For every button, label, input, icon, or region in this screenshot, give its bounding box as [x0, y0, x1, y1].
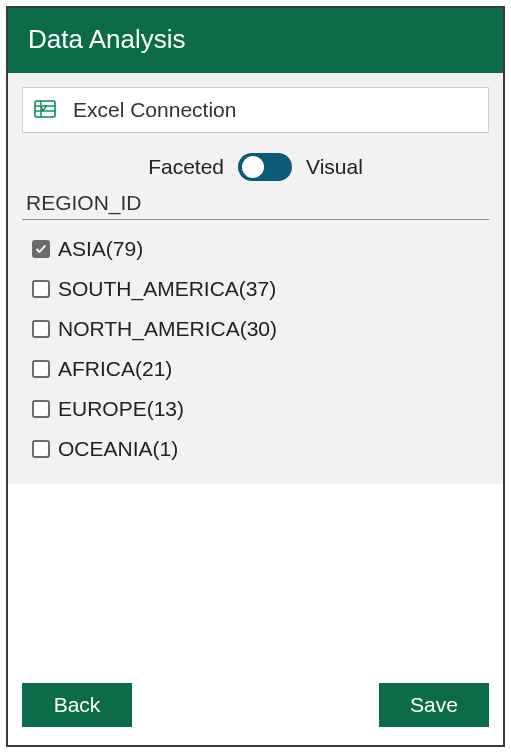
back-button[interactable]: Back: [22, 683, 132, 727]
checkbox[interactable]: [32, 440, 50, 458]
connection-selector[interactable]: Excel Connection: [22, 87, 489, 133]
facet-item-label: OCEANIA(1): [58, 437, 178, 461]
dialog-footer: Back Save: [8, 665, 503, 745]
save-button[interactable]: Save: [379, 683, 489, 727]
facet-item-label: AFRICA(21): [58, 357, 172, 381]
dialog-panel: Data Analysis Excel Connection Faceted V…: [6, 6, 505, 747]
checkbox[interactable]: [32, 280, 50, 298]
facet-item-label: EUROPE(13): [58, 397, 184, 421]
facet-item-label: SOUTH_AMERICA(37): [58, 277, 276, 301]
facet-item-africa[interactable]: AFRICA(21): [32, 352, 489, 386]
facet-item-europe[interactable]: EUROPE(13): [32, 392, 489, 426]
facet-item-label: NORTH_AMERICA(30): [58, 317, 277, 341]
checkbox[interactable]: [32, 320, 50, 338]
facet-item-label: ASIA(79): [58, 237, 143, 261]
facet-item-oceania[interactable]: OCEANIA(1): [32, 432, 489, 466]
facet-item-south-america[interactable]: SOUTH_AMERICA(37): [32, 272, 489, 306]
empty-area: [8, 484, 503, 665]
facet-divider: [22, 219, 489, 220]
toggle-knob: [242, 156, 264, 178]
checkbox[interactable]: [32, 240, 50, 258]
dialog-title: Data Analysis: [28, 24, 186, 54]
connection-label: Excel Connection: [73, 98, 236, 122]
facet-item-north-america[interactable]: NORTH_AMERICA(30): [32, 312, 489, 346]
checkbox[interactable]: [32, 360, 50, 378]
facet-item-asia[interactable]: ASIA(79): [32, 232, 489, 266]
toggle-label-faceted: Faceted: [148, 155, 224, 179]
view-mode-toggle-row: Faceted Visual: [22, 153, 489, 181]
checkbox[interactable]: [32, 400, 50, 418]
toggle-label-visual: Visual: [306, 155, 363, 179]
view-mode-toggle[interactable]: [238, 153, 292, 181]
facet-list: ASIA(79) SOUTH_AMERICA(37) NORTH_AMERICA…: [22, 226, 489, 472]
facet-group-title: REGION_ID: [26, 191, 489, 215]
excel-sheet-icon: [33, 98, 57, 122]
dialog-header: Data Analysis: [8, 8, 503, 73]
dialog-content: Excel Connection Faceted Visual REGION_I…: [8, 73, 503, 745]
